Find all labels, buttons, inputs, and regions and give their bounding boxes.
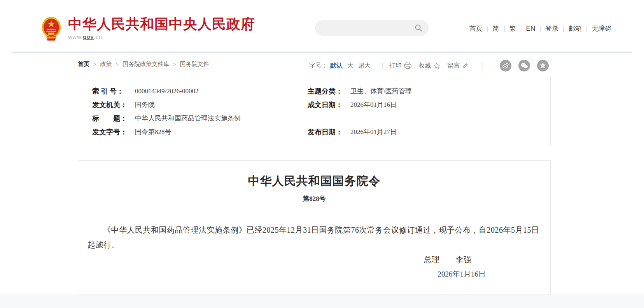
breadcrumb-home[interactable]: 首页 [78, 61, 89, 68]
page-bottom-band [0, 294, 644, 308]
site-url-gov: gov [83, 33, 94, 40]
search-button[interactable] [415, 20, 429, 36]
comment-button[interactable]: 留言 [447, 62, 469, 70]
qzone-star-icon [539, 62, 546, 69]
signature-date: 2026年1月16日 [78, 267, 550, 281]
weibo-icon [502, 62, 509, 69]
search-icon [415, 24, 422, 32]
decree-number: 第828号 [78, 194, 550, 203]
signer-name: 李强 [456, 255, 471, 264]
breadcrumb: 首页 > 政策 > 国务院政策文件库 > 国务院文件 [78, 61, 209, 68]
toolbar-separator: | [482, 62, 483, 69]
meta-index-label: 索 引 号： [92, 87, 130, 96]
nav-separator: | [539, 25, 541, 32]
favorite-button[interactable]: 收藏 [418, 62, 440, 70]
site-title-block: 中华人民共和国中央人民政府 www.gov.cn [68, 16, 255, 40]
nav-separator: | [487, 25, 488, 32]
breadcrumb-separator: > [116, 61, 119, 67]
nav-simplified[interactable]: 简 [493, 24, 499, 33]
fontsize-large-button[interactable]: 大 [347, 62, 354, 70]
document-content-box: 中华人民共和国国务院令 第828号 《中华人民共和国药品管理法实施条例》已经20… [78, 160, 551, 294]
site-url-prefix: www. [68, 33, 83, 40]
meta-doc-number-value: 国令第828号 [135, 127, 172, 136]
meta-row: 发文机关： 国务院 成文日期： 2026年01月16日 [92, 98, 550, 111]
meta-title-label: 标 题： [92, 114, 130, 123]
nav-login[interactable]: 登录 [545, 24, 558, 33]
breadcrumb-separator: > [173, 61, 176, 67]
nav-traditional[interactable]: 繁 [509, 24, 516, 33]
print-label: 打印 [389, 62, 402, 70]
share-qzone-button[interactable] [537, 60, 549, 71]
page-toolbar: 字号： 默认 大 超大 | 打印 收藏 留言 [309, 60, 549, 71]
nav-accessibility[interactable]: 无障碍 [592, 24, 612, 33]
meta-title-value: 中华人民共和国药品管理法实施条例 [135, 114, 241, 123]
breadcrumb-policy-library[interactable]: 国务院政策文件库 [122, 61, 169, 68]
decree-title: 中华人民共和国国务院令 [78, 172, 550, 190]
share-wechat-button[interactable] [518, 60, 530, 71]
nav-mail[interactable]: 邮箱 [569, 24, 582, 33]
signer-title: 总理 [424, 255, 439, 264]
signature-line: 总理李强 [78, 252, 550, 267]
meta-row: 发文字号： 国令第828号 发布日期： 2026年01月27日 [92, 125, 550, 139]
breadcrumb-separator: > [93, 61, 96, 67]
meta-publish-date-value: 2026年01月27日 [350, 127, 397, 136]
national-emblem-icon [41, 16, 62, 42]
site-url: www.gov.cn [68, 33, 255, 40]
meta-written-date-value: 2026年01月16日 [350, 100, 397, 109]
meta-row: 标 题： 中华人民共和国药品管理法实施条例 [92, 111, 550, 125]
site-title: 中华人民共和国中央人民政府 [68, 16, 255, 32]
site-url-suffix: .cn [94, 33, 102, 40]
nav-home[interactable]: 首页 [469, 24, 483, 33]
pencil-icon [462, 63, 469, 69]
fontsize-xlarge-button[interactable]: 超大 [358, 62, 371, 70]
star-icon [433, 63, 440, 69]
breadcrumb-toolbar-row: 首页 > 政策 > 国务院政策文件库 > 国务院文件 字号： 默认 大 超大 |… [78, 59, 566, 71]
toolbar-separator: | [382, 62, 383, 69]
meta-doc-number-label: 发文字号： [92, 127, 130, 137]
gov-cn-page: 中华人民共和国中央人民政府 www.gov.cn 首页 | 简 | 繁 | EN… [0, 0, 644, 308]
share-buttons [493, 60, 549, 71]
wechat-icon [521, 63, 528, 69]
header-divider [12, 52, 632, 52]
meta-written-date-label: 成文日期： [308, 100, 345, 110]
site-logo[interactable]: 中华人民共和国中央人民政府 www.gov.cn [41, 16, 255, 42]
meta-issuer-value: 国务院 [135, 100, 155, 109]
decree-body-text: 《中华人民共和国药品管理法实施条例》已经2025年12月31日国务院第76次常务… [78, 223, 550, 252]
top-navigation: 首页 | 简 | 繁 | EN | 登录 | 邮箱 | 无障碍 [469, 24, 612, 33]
meta-row: 索 引 号： 000014349/2026-00002 主题分类： 卫生、体育\… [92, 84, 550, 98]
nav-separator: | [563, 25, 564, 32]
nav-separator: | [586, 25, 588, 32]
nav-separator: | [504, 25, 505, 32]
nav-english[interactable]: EN [526, 25, 536, 33]
search-input[interactable] [315, 20, 415, 36]
print-button[interactable]: 打印 [389, 62, 411, 70]
meta-index-value: 000014349/2026-00002 [135, 87, 198, 95]
search-bar[interactable] [315, 20, 429, 36]
document-meta-box: 索 引 号： 000014349/2026-00002 主题分类： 卫生、体育\… [78, 78, 551, 145]
fontsize-label: 字号： [309, 62, 328, 70]
meta-publish-date-label: 发布日期： [308, 127, 345, 137]
breadcrumb-policy[interactable]: 政策 [100, 61, 112, 68]
breadcrumb-current: 国务院文件 [180, 61, 209, 68]
fontsize-default-button[interactable]: 默认 [330, 62, 343, 70]
printer-icon [404, 63, 411, 69]
favorite-label: 收藏 [418, 62, 431, 70]
meta-issuer-label: 发文机关： [92, 100, 130, 110]
comment-label: 留言 [447, 62, 460, 70]
meta-category-value: 卫生、体育\医药管理 [350, 87, 412, 96]
meta-category-label: 主题分类： [308, 87, 345, 96]
nav-separator: | [520, 25, 522, 32]
share-weibo-button[interactable] [500, 60, 511, 71]
